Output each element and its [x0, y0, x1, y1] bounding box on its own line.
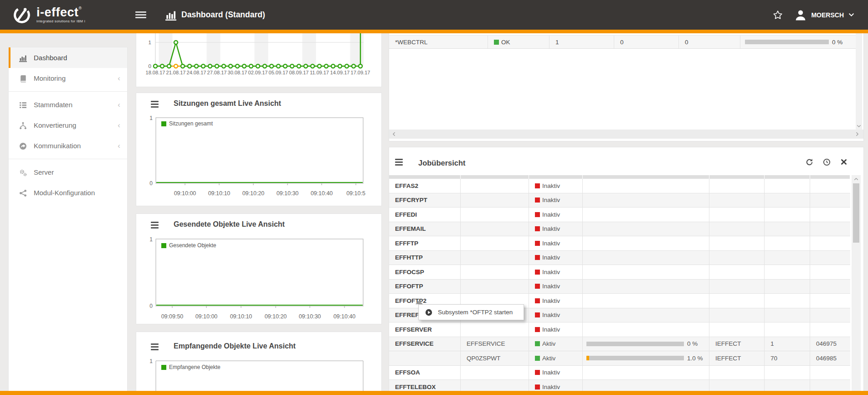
- jobs-table: EFFAS2InaktivEFFCRYPTInaktivEFFEDIInakti…: [389, 179, 850, 395]
- svg-text:09:10:5: 09:10:5: [346, 190, 365, 197]
- status-inactive-icon: [535, 183, 540, 188]
- cell-job-name: [461, 265, 529, 279]
- cell-job-number: [810, 294, 850, 308]
- subsystem-name-text: EFFFTP: [395, 240, 418, 247]
- list-icon: [19, 101, 28, 109]
- status-active-icon: [535, 341, 540, 346]
- job-action-tooltip[interactable]: Subsystem *OFTP2 starten: [418, 304, 524, 320]
- received-objects-chart: 1: [136, 354, 381, 395]
- interval-clock-icon[interactable]: [823, 158, 831, 166]
- data-point: [270, 64, 273, 68]
- cell-user: [709, 308, 765, 322]
- horizontal-scrollbar[interactable]: [389, 130, 863, 139]
- panel-menu-button[interactable]: [151, 101, 159, 108]
- vertical-scrollbar[interactable]: [852, 175, 861, 395]
- cell-user: [709, 322, 765, 337]
- subsystem-row[interactable]: *WEBCTRLOK1000 %: [389, 35, 856, 49]
- job-row-sub[interactable]: QP0ZSPWTAktiv1.0 %IEFFECT70046985: [389, 351, 850, 366]
- cell-status: Inaktiv: [529, 236, 583, 250]
- refresh-icon[interactable]: [806, 158, 813, 166]
- scroll-down-arrow[interactable]: [856, 123, 862, 129]
- data-point: [338, 64, 342, 68]
- cell-cpu: [583, 193, 709, 208]
- job-name-text: EFFSERVICE: [467, 340, 505, 347]
- user-menu[interactable]: MOERSCH: [795, 9, 854, 21]
- sidebar-item-label: Dashboard: [34, 54, 67, 62]
- sidebar-item-stammdaten[interactable]: Stammdaten‹: [9, 94, 127, 115]
- sidebar-toggle-button[interactable]: [135, 11, 146, 18]
- job-row-effas2[interactable]: EFFAS2Inaktiv: [389, 179, 850, 193]
- sidebar-item-konvertierung[interactable]: Konvertierung‹: [9, 115, 127, 135]
- value-text: 0: [685, 39, 688, 46]
- sidebar-item-label: Server: [34, 168, 54, 176]
- job-row-effemail[interactable]: EFFEMAILInaktiv: [389, 222, 850, 237]
- cpu-progress-bar: [586, 342, 684, 346]
- cell-value-2: 0: [614, 36, 679, 48]
- sidebar-item-kommunikation[interactable]: Kommunikation‹: [9, 135, 127, 156]
- panel-menu-button[interactable]: [151, 343, 159, 350]
- cell-user: [709, 280, 765, 294]
- panel-menu-button[interactable]: [395, 159, 403, 166]
- cell-job-name: [461, 208, 529, 222]
- scroll-up-arrow[interactable]: [852, 176, 861, 182]
- cell-subsystem: EFFEMAIL: [389, 222, 461, 236]
- cell-status: Inaktiv: [529, 222, 583, 236]
- job-row-effftp[interactable]: EFFFTPInaktiv: [389, 236, 850, 251]
- job-row-effocsp[interactable]: EFFOCSPInaktiv: [389, 265, 850, 280]
- job-row-effsoa[interactable]: EFFSOAInaktiv: [389, 366, 850, 380]
- data-point: [256, 64, 260, 68]
- job-row-effcrypt[interactable]: EFFCRYPTInaktiv: [389, 193, 850, 208]
- cell-user: [709, 179, 765, 193]
- data-point: [297, 64, 301, 68]
- sidebar-item-modul-konfiguration[interactable]: Modul-Konfiguration: [9, 182, 127, 203]
- highlight-point: [174, 64, 178, 68]
- svg-text:09:10:30: 09:10:30: [299, 313, 321, 320]
- data-point: [222, 64, 226, 68]
- data-point: [195, 64, 198, 68]
- sidebar-menu: DashboardMonitoring‹Stammdaten‹Konvertie…: [9, 47, 127, 203]
- cell-job-number: [810, 265, 850, 279]
- sidebar-item-dashboard[interactable]: Dashboard: [9, 47, 127, 68]
- cpu-progress-bar: [745, 40, 829, 44]
- job-row-effservice[interactable]: EFFSERVICEEFFSERVICEAktiv0 %IEFFECT10469…: [389, 337, 850, 352]
- cell-cpu: [583, 322, 709, 337]
- panel-menu-button[interactable]: [151, 222, 159, 229]
- job-row-effserver[interactable]: EFFSERVERInaktiv: [389, 322, 850, 337]
- status-inactive-icon: [535, 212, 540, 217]
- sidebar-item-server[interactable]: Server: [9, 162, 127, 182]
- sent-objects-live-panel: Gesendete Objekte Live Ansicht Gesendete…: [136, 213, 382, 324]
- cell-subsystem: EFFCRYPT: [389, 193, 461, 208]
- scroll-left-arrow[interactable]: [391, 130, 396, 139]
- subsystem-status-panel: *WEBCTRLOK1000 %: [389, 33, 864, 141]
- svg-text:05.09.17: 05.09.17: [269, 70, 288, 75]
- logo-swoosh-icon: [12, 5, 32, 25]
- close-icon[interactable]: [840, 158, 848, 166]
- job-row-effedi[interactable]: EFFEDIInaktiv: [389, 208, 850, 222]
- subsystem-name-text: EFFSOA: [395, 369, 420, 376]
- cell-job-count: [765, 251, 810, 265]
- status-text: Inaktiv: [542, 197, 560, 203]
- sidebar-group-separator: [9, 91, 127, 92]
- cell-job-name: EFFSERVICE: [461, 337, 529, 351]
- job-row-effhttp[interactable]: EFFHTTPInaktiv: [389, 251, 850, 265]
- chevron-left-icon: ‹: [118, 101, 120, 109]
- scrollbar-thumb[interactable]: [853, 183, 859, 243]
- cell-job-name: [461, 280, 529, 294]
- favorite-star-icon[interactable]: [773, 10, 783, 20]
- sidebar: DashboardMonitoring‹Stammdaten‹Konvertie…: [8, 47, 128, 395]
- app-logo[interactable]: i-effect® integrated solutions for IBM i: [12, 5, 85, 25]
- cell-job-number: [810, 222, 850, 236]
- job-count-text: 70: [770, 355, 777, 362]
- job-row-effoftp[interactable]: EFFOFTPInaktiv: [389, 280, 850, 294]
- svg-text:24.08.17: 24.08.17: [187, 70, 206, 75]
- chart-received-svg: 1: [136, 354, 381, 395]
- tooltip-arrow: [416, 300, 423, 304]
- panel-title: Jobübersicht: [418, 159, 466, 167]
- vertical-scrollbar[interactable]: [856, 33, 862, 130]
- scroll-right-arrow[interactable]: [854, 130, 860, 139]
- sidebar-item-monitoring[interactable]: Monitoring‹: [9, 68, 127, 88]
- cell-job-name: [461, 236, 529, 250]
- cell-job-count: [765, 366, 810, 380]
- job-name-text: QP0ZSPWT: [467, 355, 500, 362]
- status-inactive-icon: [535, 241, 540, 246]
